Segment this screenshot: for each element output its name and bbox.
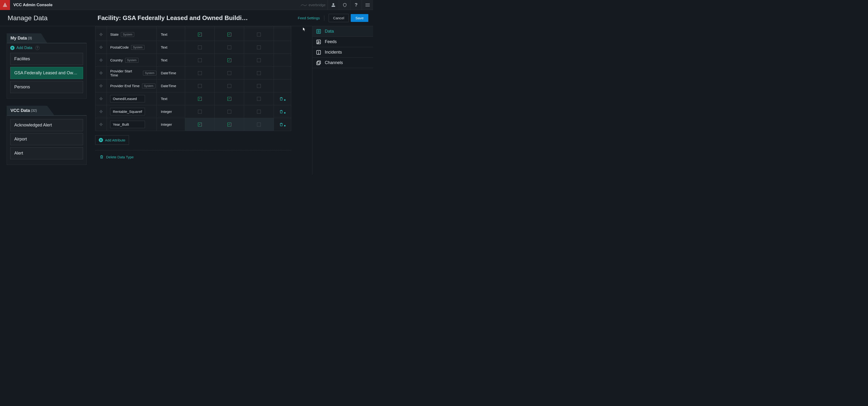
right-panel: DataFeedsIncidentsChannels xyxy=(312,26,373,175)
checkbox[interactable] xyxy=(257,58,261,62)
left-panel: My Data (3) + Add Data ? FacilitesGSA Fe… xyxy=(0,26,90,175)
checkbox[interactable] xyxy=(198,110,202,114)
save-button[interactable]: Save xyxy=(351,14,368,22)
checkbox[interactable]: ✓ xyxy=(227,123,231,126)
help-icon[interactable]: ? xyxy=(350,0,362,10)
add-data-button[interactable]: + Add Data ? xyxy=(10,46,83,50)
feed-settings-link[interactable]: Feed Settings xyxy=(298,16,320,20)
attribute-name: State xyxy=(110,32,119,36)
checkbox[interactable]: ✓ xyxy=(227,58,231,62)
top-bar: VCC Admin Console everbridge ? xyxy=(0,0,373,10)
help-circle-icon[interactable]: ? xyxy=(35,46,39,50)
system-badge: System xyxy=(143,71,156,76)
user-icon[interactable] xyxy=(328,0,339,10)
mydata-section: + Add Data ? FacilitesGSA Federally Leas… xyxy=(7,43,87,98)
logo-icon xyxy=(2,2,8,8)
attribute-row: ✥ CountrySystem Text ✓ xyxy=(95,54,291,67)
drag-handle-icon[interactable]: ✥ xyxy=(99,109,103,114)
attribute-name-input[interactable] xyxy=(110,95,145,103)
drag-handle-icon[interactable]: ✥ xyxy=(99,58,103,63)
main-panel: ✥ StateSystem Text ✓ ✓ ✥ PostalCodeSyste… xyxy=(90,26,312,175)
attribute-type: Text xyxy=(157,92,185,105)
checkbox[interactable] xyxy=(198,46,202,49)
svg-rect-2 xyxy=(366,6,370,6)
svg-point-13 xyxy=(318,53,319,54)
mydata-item[interactable]: Facilites xyxy=(10,53,83,65)
attribute-row: ✥ StateSystem Text ✓ ✓ xyxy=(95,28,291,41)
mydata-item[interactable]: GSA Federally Leased and Ow… xyxy=(10,67,83,79)
checkbox[interactable] xyxy=(257,123,261,126)
vccdata-item[interactable]: Alert xyxy=(10,147,83,159)
checkbox[interactable] xyxy=(257,46,261,49)
shield-icon[interactable] xyxy=(339,0,350,10)
cursor-icon xyxy=(303,27,306,32)
menu-icon[interactable] xyxy=(362,0,373,10)
attribute-type: Text xyxy=(157,28,185,41)
mydata-section-header: My Data (3) xyxy=(7,33,47,43)
delete-row-button[interactable] xyxy=(279,122,286,127)
drag-handle-icon[interactable]: ✥ xyxy=(99,96,103,102)
checkbox[interactable] xyxy=(257,33,261,36)
right-nav-item[interactable]: Feeds xyxy=(312,37,373,47)
attribute-name-input[interactable] xyxy=(110,108,145,115)
checkbox[interactable] xyxy=(198,58,202,62)
add-attribute-label: Add Attribute xyxy=(105,138,125,142)
delete-row-button[interactable] xyxy=(279,97,286,101)
cancel-button[interactable]: Cancel xyxy=(329,14,349,22)
right-nav-label: Feeds xyxy=(325,39,337,44)
checkbox[interactable]: ✓ xyxy=(227,97,231,101)
drag-handle-icon[interactable]: ✥ xyxy=(99,83,103,89)
checkbox[interactable]: ✓ xyxy=(227,33,231,36)
page-title: Facility: GSA Federally Leased and Owned… xyxy=(98,14,248,22)
svg-rect-1 xyxy=(366,5,370,5)
checkbox[interactable] xyxy=(227,71,231,75)
checkbox[interactable]: ✓ xyxy=(198,123,202,126)
trash-icon xyxy=(99,155,104,159)
plus-circle-icon: + xyxy=(10,46,14,50)
svg-rect-14 xyxy=(317,62,320,65)
channels-icon xyxy=(316,60,321,65)
system-badge: System xyxy=(131,45,145,50)
vccdata-item[interactable]: Airport xyxy=(10,133,83,145)
checkbox[interactable] xyxy=(198,84,202,88)
checkbox[interactable] xyxy=(257,84,261,88)
checkbox[interactable] xyxy=(227,84,231,88)
delete-row-button[interactable] xyxy=(279,110,286,114)
right-nav-item[interactable]: Incidents xyxy=(312,47,373,58)
svg-rect-10 xyxy=(317,40,321,44)
checkbox[interactable] xyxy=(257,97,261,101)
checkbox[interactable] xyxy=(227,46,231,49)
mydata-item[interactable]: Persons xyxy=(10,81,83,93)
drag-handle-icon[interactable]: ✥ xyxy=(99,45,103,50)
attribute-type: Text xyxy=(157,41,185,54)
attribute-name-input[interactable] xyxy=(110,121,145,128)
delete-data-type-label: Delete Data Type xyxy=(106,155,134,159)
checkbox[interactable] xyxy=(257,71,261,75)
right-nav-item[interactable]: Data xyxy=(312,26,373,37)
attribute-row: ✥ Provider Start TimeSystem DateTime xyxy=(95,67,291,80)
delete-data-type-button[interactable]: Delete Data Type xyxy=(99,155,134,159)
everbridge-wave-icon xyxy=(301,3,307,7)
vccdata-section-header: VCC Data (32) xyxy=(7,106,54,115)
checkbox[interactable] xyxy=(227,110,231,114)
attribute-type: Integer xyxy=(157,105,185,118)
checkbox[interactable] xyxy=(257,110,261,114)
right-nav-item[interactable]: Channels xyxy=(312,58,373,68)
attribute-row: ✥ Provider End TimeSystem DateTime xyxy=(95,80,291,92)
checkbox[interactable] xyxy=(198,71,202,75)
attribute-row: ✥ Integer ✓ ✓ xyxy=(95,118,291,131)
attribute-name: PostalCode xyxy=(110,45,129,49)
vccdata-item[interactable]: Acknowledged Alert xyxy=(10,119,83,131)
drag-handle-icon[interactable]: ✥ xyxy=(99,122,103,127)
rss-icon xyxy=(316,39,321,45)
checkbox[interactable]: ✓ xyxy=(198,97,202,101)
drag-handle-icon[interactable]: ✥ xyxy=(99,70,103,76)
plus-circle-icon: + xyxy=(99,138,103,142)
brand-logo[interactable] xyxy=(0,0,10,10)
attribute-row: ✥ PostalCodeSystem Text xyxy=(95,41,291,54)
drag-handle-icon[interactable]: ✥ xyxy=(99,32,103,37)
attribute-row: ✥ Integer xyxy=(95,105,291,118)
add-attribute-button[interactable]: + Add Attribute xyxy=(95,135,129,145)
checkbox[interactable]: ✓ xyxy=(198,33,202,36)
attribute-table: ✥ StateSystem Text ✓ ✓ ✥ PostalCodeSyste… xyxy=(95,26,291,131)
